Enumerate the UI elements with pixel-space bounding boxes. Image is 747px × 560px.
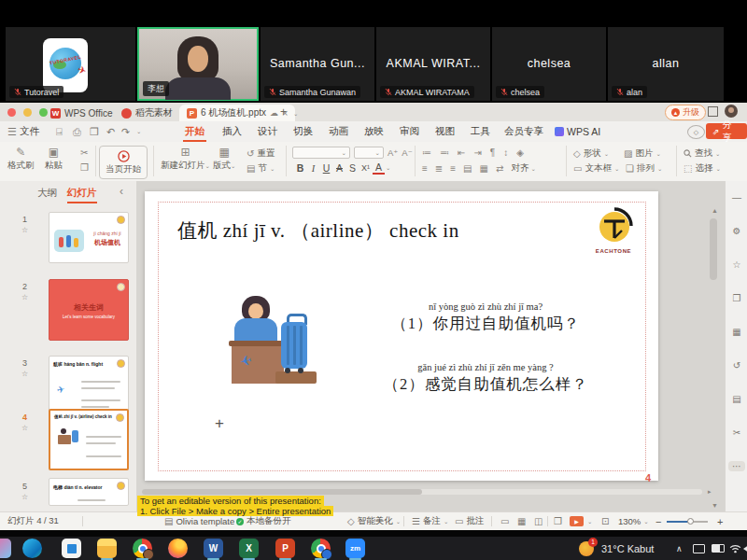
properties-icon[interactable]: ⚙ xyxy=(726,226,747,236)
save-icon[interactable]: ⍈ xyxy=(54,121,64,142)
chrome-browser-icon-2[interactable] xyxy=(311,539,331,558)
justify-icon[interactable]: ▤ xyxy=(463,163,472,174)
display-icon[interactable]: ❐ xyxy=(554,512,562,530)
menu-item-tools[interactable]: 工具 xyxy=(469,121,492,142)
tab-outline[interactable]: 大纲 xyxy=(37,187,57,200)
word-app-icon[interactable]: W xyxy=(204,539,223,558)
tab-slides[interactable]: 幻灯片 xyxy=(67,187,97,203)
star-icon[interactable]: ☆ xyxy=(21,370,28,378)
slideshow-play-button[interactable]: ▶ xyxy=(570,516,584,526)
copy-icon[interactable]: ❐ xyxy=(80,163,89,173)
slide-thumbnail-2[interactable]: 相关生词 Let's learn some vocabulary xyxy=(49,279,129,341)
more-actions-caret-icon[interactable]: ⌄ xyxy=(134,121,143,142)
horizontal-scrollbar-thumb[interactable] xyxy=(142,489,422,495)
undo-icon[interactable]: ↶ xyxy=(105,121,117,142)
new-tab-button[interactable]: + xyxy=(280,105,287,119)
text-direction-icon[interactable]: ◈ xyxy=(516,147,524,158)
export-icon[interactable]: ❐ xyxy=(88,121,101,142)
star-icon[interactable]: ☆ xyxy=(21,293,28,301)
reset-button[interactable]: ↺ 重置 xyxy=(247,147,275,160)
scroll-down-icon[interactable]: ▼ xyxy=(712,502,718,509)
microsoft-store-icon[interactable] xyxy=(62,539,81,558)
participant-tile[interactable]: Samantha Gun... Samantha Gunawan xyxy=(261,27,374,101)
picture-button[interactable]: ▨ 图片⌄ xyxy=(624,147,661,160)
upgrade-button[interactable]: ▲ 升级 xyxy=(665,105,706,120)
history-icon[interactable]: ↺ xyxy=(726,360,747,371)
participant-tile[interactable]: chelsea chelsea xyxy=(492,27,606,101)
zoom-level[interactable]: 130%⌄ xyxy=(618,512,649,530)
file-menu[interactable]: ☰ 文件 xyxy=(6,121,41,142)
participant-tile-active-video[interactable]: 李想 xyxy=(137,27,259,101)
firefox-browser-icon[interactable] xyxy=(168,539,188,558)
menu-item-animation[interactable]: 动画 xyxy=(327,121,350,142)
normal-view-icon[interactable]: ▭ xyxy=(500,512,509,530)
comments-button[interactable]: ▭ 批注 xyxy=(455,512,484,530)
scroll-up-icon[interactable]: ▲ xyxy=(712,207,718,214)
edge-browser-icon[interactable] xyxy=(22,539,42,558)
theme-icon[interactable]: ◇ xyxy=(687,125,705,139)
volume-tray-icon[interactable] xyxy=(743,537,747,560)
menu-item-slideshow[interactable]: 放映 xyxy=(362,121,386,142)
favorites-icon[interactable]: ☆ xyxy=(726,259,747,270)
add-slide-button[interactable]: + xyxy=(215,414,224,433)
decrease-font-icon[interactable]: A⁻ xyxy=(402,147,412,158)
slide-canvas[interactable]: 值机 zhí jī v. （airline） check in EACHTONE xyxy=(145,191,658,481)
section-button[interactable]: ▤ 节 ⌄ xyxy=(247,162,275,175)
show-hidden-icons-chevron[interactable]: ∧ xyxy=(676,537,683,560)
checkin-counter-illustration[interactable]: ✈ xyxy=(182,289,331,392)
collapse-panel-icon[interactable]: ‹ xyxy=(120,185,123,198)
layout-button[interactable]: ▦ 版式⌄ xyxy=(213,147,235,172)
menu-item-home[interactable]: 开始 xyxy=(183,121,206,142)
horizontal-scrollbar[interactable] xyxy=(142,489,702,495)
file-explorer-icon[interactable] xyxy=(97,539,117,558)
notes-button[interactable]: ☰ 备注⌄ xyxy=(412,512,448,530)
zoom-app-icon[interactable]: zm xyxy=(345,539,365,558)
menu-item-design[interactable]: 设计 xyxy=(256,121,279,142)
tab-wps-office[interactable]: W WPS Office xyxy=(43,105,120,121)
more-tools-icon[interactable]: ⋯ xyxy=(728,461,745,471)
tab-docer[interactable]: 稻壳素材 xyxy=(114,105,180,121)
distribute-icon[interactable]: ⇄ xyxy=(496,163,503,174)
paragraph-icon[interactable]: ¶ xyxy=(490,147,495,158)
align-objects-button[interactable]: 对齐⌄ xyxy=(511,162,535,175)
superscript-button[interactable]: X¹ xyxy=(359,163,372,173)
slide-thumbnail-1[interactable]: jī chǎng zhí jī 机场值机 xyxy=(49,212,129,263)
share-button[interactable]: ⇗ 分享 xyxy=(706,123,747,139)
zoom-in-button[interactable]: + xyxy=(717,512,723,530)
star-icon[interactable]: ☆ xyxy=(21,493,28,501)
textbox-button[interactable]: ▭ 文本框⌄ xyxy=(573,162,619,175)
scroll-right-icon[interactable]: ▸ xyxy=(708,488,712,496)
tab-current-presentation[interactable]: P 6 机场值机.pptx ☁ × xyxy=(179,105,295,121)
menu-item-wps-ai[interactable]: WPS AI xyxy=(553,121,602,142)
new-window-icon[interactable] xyxy=(708,106,718,117)
menu-item-transition[interactable]: 切换 xyxy=(291,121,315,142)
slide-thumbnail-4-selected[interactable]: 值机 zhí jī v. (airline) check in xyxy=(49,409,129,470)
play-options-caret-icon[interactable]: ⌄ xyxy=(587,512,592,530)
cut-icon[interactable]: ✂ xyxy=(80,148,88,158)
increase-font-icon[interactable]: A⁺ xyxy=(388,147,398,158)
duplicate-icon[interactable]: ❐ xyxy=(726,293,747,303)
slide-thumbnail-5[interactable]: 电梯 diàn tī n. elevator xyxy=(49,478,129,506)
reading-view-icon[interactable]: ◫ xyxy=(534,512,543,530)
shadow-button[interactable]: S xyxy=(346,162,359,174)
menu-item-insert[interactable]: 插入 xyxy=(220,121,244,142)
new-slide-button[interactable]: ⊞ 新建幻灯片⌄ xyxy=(161,147,210,172)
arrange-button[interactable]: ❏ 排列⌄ xyxy=(626,162,662,175)
zoom-slider-knob[interactable] xyxy=(687,518,694,525)
play-from-current-button[interactable]: 当页开始 xyxy=(99,146,148,179)
close-window-button[interactable] xyxy=(7,108,16,117)
wifi-tray-icon[interactable] xyxy=(729,537,741,560)
cast-tray-icon[interactable] xyxy=(693,537,705,560)
battery-tray-icon[interactable] xyxy=(712,537,725,560)
powerpoint-app-icon[interactable]: P xyxy=(275,539,295,558)
font-size-select[interactable]: ⌄ xyxy=(354,147,384,159)
slide-sorter-icon[interactable]: ▦ xyxy=(517,512,526,530)
font-family-select[interactable]: ⌄ xyxy=(292,147,350,159)
weather-widget[interactable]: 1 31°C Kabut xyxy=(579,537,654,560)
redo-icon[interactable]: ↷ xyxy=(120,121,132,142)
select-button[interactable]: ⬚ 选择⌄ xyxy=(684,162,721,175)
user-avatar[interactable] xyxy=(725,105,738,118)
animation-pane-icon[interactable]: ▤ xyxy=(726,394,747,404)
zoom-out-button[interactable]: − xyxy=(655,512,661,530)
participant-tile-tutoravel[interactable]: TUTORAVEL ✈ Tutoravel xyxy=(6,27,135,101)
